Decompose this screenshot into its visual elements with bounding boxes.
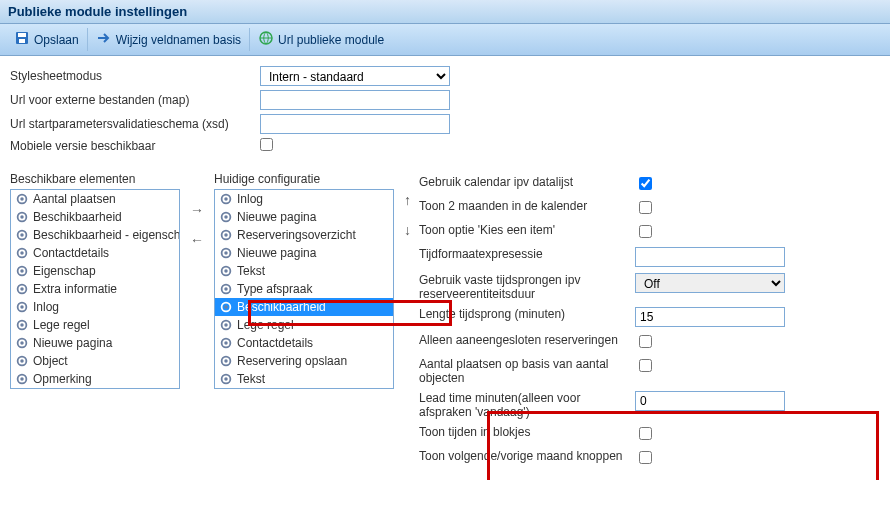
list-item-label: Tekst xyxy=(237,372,265,386)
gear-icon xyxy=(15,372,29,386)
aaneen-checkbox[interactable] xyxy=(639,335,652,348)
move-right-button[interactable]: → xyxy=(190,202,204,218)
globe-icon xyxy=(258,30,274,49)
vaste-tijd-label: Gebruik vaste tijdsprongen ipv reserveer… xyxy=(419,273,629,301)
list-item-label: Inlog xyxy=(237,192,263,206)
svg-point-41 xyxy=(224,323,228,327)
gear-icon xyxy=(15,210,29,224)
list-item-label: Type afspraak xyxy=(237,282,312,296)
list-item[interactable]: Lege regel xyxy=(11,316,179,334)
list-item[interactable]: Contactdetails xyxy=(215,334,393,352)
gear-icon xyxy=(15,192,29,206)
list-item[interactable]: Reserveringsoverzicht xyxy=(215,226,393,244)
svg-point-31 xyxy=(224,233,228,237)
svg-rect-2 xyxy=(19,39,25,43)
list-item[interactable]: Eigenschap xyxy=(11,262,179,280)
svg-point-25 xyxy=(20,377,24,381)
gear-icon xyxy=(219,372,233,386)
use-calendar-checkbox[interactable] xyxy=(639,177,652,190)
list-item[interactable]: Nieuwe pagina xyxy=(215,208,393,226)
list-item[interactable]: Nieuwe pagina xyxy=(11,334,179,352)
lead-time-input[interactable] xyxy=(635,391,785,411)
mobile-checkbox[interactable] xyxy=(260,138,273,151)
list-item-label: Tekst xyxy=(237,264,265,278)
list-item-label: Reserveringsoverzicht xyxy=(237,228,356,242)
list-item[interactable]: Beschikbaarheid - eigenschappen xyxy=(11,226,179,244)
toon-volgende-checkbox[interactable] xyxy=(639,451,652,464)
list-item-label: Lege regel xyxy=(237,318,294,332)
url-external-label: Url voor externe bestanden (map) xyxy=(10,93,260,107)
list-item[interactable]: Type afspraak xyxy=(215,280,393,298)
lengte-input[interactable] xyxy=(635,307,785,327)
gear-icon xyxy=(15,264,29,278)
list-item[interactable]: Inlog xyxy=(11,298,179,316)
list-item[interactable]: Inlog xyxy=(215,190,393,208)
list-item[interactable]: Lege regel xyxy=(215,316,393,334)
save-icon xyxy=(14,30,30,49)
list-item[interactable]: Extra informatie xyxy=(11,280,179,298)
list-item[interactable]: Nieuwe pagina xyxy=(215,244,393,262)
aaneen-label: Alleen aaneengesloten reserveringen xyxy=(419,333,629,347)
show-two-months-checkbox[interactable] xyxy=(639,201,652,214)
list-item-label: Lege regel xyxy=(33,318,90,332)
move-left-button[interactable]: ← xyxy=(190,232,204,248)
svg-point-13 xyxy=(20,269,24,273)
svg-point-19 xyxy=(20,323,24,327)
svg-point-39 xyxy=(224,305,228,309)
list-item-label: Beschikbaarheid xyxy=(33,210,122,224)
lead-time-label: Lead time minuten(alleen voor afspraken … xyxy=(419,391,629,419)
svg-point-29 xyxy=(224,215,228,219)
save-label: Opslaan xyxy=(34,33,79,47)
gear-icon xyxy=(219,300,233,314)
available-elements-listbox[interactable]: Aantal plaatsenBeschikbaarheidBeschikbaa… xyxy=(10,189,180,389)
list-item[interactable]: Contactdetails xyxy=(11,244,179,262)
gear-icon xyxy=(219,264,233,278)
svg-point-45 xyxy=(224,359,228,363)
svg-point-37 xyxy=(224,287,228,291)
list-item-label: Eigenschap xyxy=(33,264,96,278)
tijdformaat-input[interactable] xyxy=(635,247,785,267)
gear-icon xyxy=(219,192,233,206)
list-item-label: Contactdetails xyxy=(33,246,109,260)
list-item-label: Opmerking xyxy=(33,372,92,386)
list-item-label: Aantal plaatsen xyxy=(33,192,116,206)
gear-icon xyxy=(15,336,29,350)
gear-icon xyxy=(219,228,233,242)
list-item[interactable]: Tekst xyxy=(215,370,393,388)
list-item[interactable]: Beschikbaarheid xyxy=(215,298,393,316)
list-item-label: Contactdetails xyxy=(237,336,313,350)
list-item[interactable]: Beschikbaarheid xyxy=(11,208,179,226)
list-item[interactable]: Opmerking xyxy=(11,370,179,388)
toon-tijden-checkbox[interactable] xyxy=(639,427,652,440)
svg-point-15 xyxy=(20,287,24,291)
gear-icon xyxy=(219,282,233,296)
svg-point-21 xyxy=(20,341,24,345)
url-startparam-input[interactable] xyxy=(260,114,450,134)
list-item[interactable]: Object xyxy=(11,352,179,370)
current-config-listbox[interactable]: InlogNieuwe paginaReserveringsoverzichtN… xyxy=(214,189,394,389)
move-down-button[interactable]: ↓ xyxy=(404,222,411,238)
svg-point-33 xyxy=(224,251,228,255)
aantal-plaatsen-checkbox[interactable] xyxy=(639,359,652,372)
list-item-label: Beschikbaarheid - eigenschappen xyxy=(33,228,180,242)
gear-icon xyxy=(15,246,29,260)
list-item[interactable]: Tekst xyxy=(215,262,393,280)
tijdformaat-label: Tijdformaatexpresessie xyxy=(419,247,629,261)
list-item[interactable]: Reservering opslaan xyxy=(215,352,393,370)
gear-icon xyxy=(15,318,29,332)
gear-icon xyxy=(219,246,233,260)
available-elements-label: Beschikbare elementen xyxy=(10,172,180,186)
stylesheet-mode-select[interactable]: Intern - standaard xyxy=(260,66,450,86)
window-title: Publieke module instellingen xyxy=(0,0,890,24)
lengte-label: Lengte tijdsprong (minuten) xyxy=(419,307,629,321)
svg-point-47 xyxy=(224,377,228,381)
edit-fieldnames-button[interactable]: Wijzig veldnamen basis xyxy=(88,28,250,51)
url-external-input[interactable] xyxy=(260,90,450,110)
vaste-tijd-select[interactable]: Off xyxy=(635,273,785,293)
save-button[interactable]: Opslaan xyxy=(6,28,88,51)
list-item[interactable]: Aantal plaatsen xyxy=(11,190,179,208)
svg-rect-1 xyxy=(18,33,26,37)
show-kies-checkbox[interactable] xyxy=(639,225,652,238)
move-up-button[interactable]: ↑ xyxy=(404,192,411,208)
url-public-button[interactable]: Url publieke module xyxy=(250,28,392,51)
